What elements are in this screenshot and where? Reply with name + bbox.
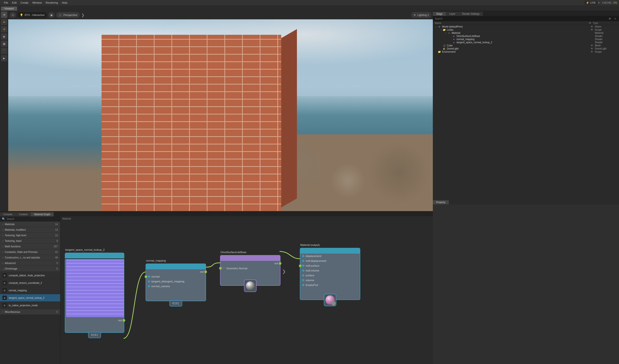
tree-row[interactable]: ●tangent_space_normal_lookup_2Shader bbox=[433, 41, 619, 44]
brick-cube bbox=[101, 35, 297, 211]
bulb-icon: 💡 bbox=[20, 13, 23, 17]
menu-window[interactable]: Window bbox=[30, 1, 44, 4]
category-sub-item[interactable]: ▦tangent_space_normal_lookup_2 bbox=[0, 294, 60, 301]
category-item[interactable]: ›Materials14 bbox=[0, 221, 60, 227]
menu-file[interactable]: File bbox=[2, 1, 10, 4]
category-item[interactable]: ⌄OmniImage5 bbox=[0, 266, 60, 271]
port-EmptyPort[interactable]: EmptyPort bbox=[300, 283, 360, 287]
property-tabs: Property bbox=[433, 199, 619, 204]
stage-search-input[interactable] bbox=[435, 17, 606, 20]
property-panel bbox=[433, 204, 619, 364]
port-mdl-displacement[interactable]: mdl:displacement bbox=[300, 258, 360, 263]
node-normal-mapping[interactable]: normal_mapping out normal bbox=[146, 264, 206, 301]
port-tangent-bitangent[interactable]: tangent_bitangent_mapping bbox=[146, 279, 206, 284]
tree-row[interactable]: –●MaterialMaterial bbox=[433, 31, 619, 35]
port-geometry-normal[interactable]: ⊢ Geometry Normal bbox=[221, 266, 280, 271]
category-item[interactable]: ›Constants, State and Primvars41 bbox=[0, 249, 60, 255]
move-tool[interactable]: ✢ bbox=[1, 26, 7, 32]
search-icon: 🔍 bbox=[2, 217, 5, 220]
camera-button[interactable]: 🎥 Perspective bbox=[56, 12, 80, 18]
lighting-button[interactable]: ☀ Lighting 1 bbox=[411, 12, 431, 18]
options-icon[interactable]: ≡ bbox=[613, 17, 617, 21]
select-tool[interactable]: ✥ bbox=[1, 12, 7, 18]
port-out[interactable]: out bbox=[221, 261, 280, 266]
category-item[interactable]: ›Math functions257 bbox=[0, 244, 60, 249]
tree-row[interactable]: ●OmniSurfaceLiteBaseShader bbox=[433, 35, 619, 38]
category-sub-item[interactable]: ▦to_native_projection_mode bbox=[0, 302, 60, 309]
port-out[interactable]: out bbox=[65, 318, 124, 323]
bolt-icon: ⚡ bbox=[586, 1, 589, 4]
menu-create[interactable]: Create bbox=[19, 1, 30, 4]
chevron-right-icon[interactable]: ❯ bbox=[81, 13, 84, 17]
tree-row[interactable]: ●normal_mappingShader bbox=[433, 38, 619, 41]
viewport-tab[interactable]: Viewport bbox=[1, 7, 17, 11]
visibility-button[interactable]: ◉ bbox=[48, 12, 55, 18]
port-normal[interactable]: normal bbox=[146, 274, 206, 279]
menu-help[interactable]: Help bbox=[60, 1, 70, 4]
port-displacement[interactable]: displacement bbox=[300, 254, 360, 258]
tree-row[interactable]: –⋔World (defaultPrim)👁Xform bbox=[433, 25, 619, 28]
menubar-status: ⚡ LIVE ▾ CACHE: ON bbox=[584, 1, 617, 5]
port-surface[interactable]: surface bbox=[300, 273, 360, 278]
live-badge[interactable]: ⚡ LIVE bbox=[584, 1, 597, 5]
port-normal-camera[interactable]: normal_camera bbox=[146, 284, 206, 289]
tab-property[interactable]: Property bbox=[433, 200, 449, 204]
category-item[interactable]: ›Miscellaneous5 bbox=[0, 309, 60, 314]
tab-console[interactable]: Console bbox=[0, 212, 16, 216]
node-title: normal_mapping bbox=[146, 259, 166, 262]
play-tool[interactable]: ▶ bbox=[1, 55, 7, 61]
tab-material-graph[interactable]: Material Graph bbox=[31, 212, 54, 216]
tool-palette: ✥ ➤ ✢ ◉ ▦ ⌒ ▶ bbox=[0, 11, 8, 211]
menubar: File Edit Create Window Rendering Help ⚡… bbox=[0, 0, 619, 5]
bottom-tabs: Console Content Material Graph bbox=[0, 211, 433, 216]
tab-render-settings[interactable]: Render Settings bbox=[459, 12, 483, 16]
menu-rendering[interactable]: Rendering bbox=[44, 1, 60, 4]
category-item[interactable]: ›Advanced9 bbox=[0, 260, 60, 266]
col-name: Name bbox=[435, 22, 587, 24]
live-dropdown-icon[interactable]: ▾ bbox=[598, 1, 600, 4]
tree-row[interactable]: –📁Looks👁Scope bbox=[433, 28, 619, 31]
tree-row[interactable]: ◐DomeLight👁DomeLight bbox=[433, 47, 619, 50]
category-search-input[interactable] bbox=[7, 218, 58, 220]
port-mdl-volume[interactable]: mdl:volume bbox=[300, 268, 360, 273]
port-out[interactable]: out bbox=[146, 269, 206, 274]
category-panel: 🔍 ›Materials14›Materials, modifiers14›Te… bbox=[0, 216, 60, 364]
tab-stage[interactable]: Stage bbox=[433, 12, 446, 16]
port-volume[interactable]: volume bbox=[300, 278, 360, 283]
snap-tool[interactable]: ▦ bbox=[1, 40, 7, 47]
menu-edit[interactable]: Edit bbox=[10, 1, 19, 4]
category-item[interactable]: ›Constructors, c...ns and swizzles40 bbox=[0, 255, 60, 260]
viewport-canvas[interactable] bbox=[8, 19, 433, 211]
viewport-area: ✥ ➤ ✢ ◉ ▦ ⌒ ▶ ≡ 💡 RTX - Interactive ◉ � bbox=[0, 11, 433, 211]
category-item[interactable]: ›Materials, modifiers14 bbox=[0, 227, 60, 232]
category-item[interactable]: ›Texturing, basic9 bbox=[0, 238, 60, 243]
node-tangent-space-normal-lookup[interactable]: tangent_space_normal_lookup_2 out 0101 bbox=[65, 253, 124, 333]
lighting-label: Lighting 1 bbox=[417, 13, 429, 16]
port-mdl-surface[interactable]: mdl:surface bbox=[300, 263, 360, 268]
tab-content[interactable]: Content bbox=[16, 212, 31, 216]
category-sub-item[interactable]: ▦compute_texture_coordinate_2 bbox=[0, 279, 60, 286]
expand-icon[interactable]: ❯ bbox=[282, 269, 286, 274]
pointer-tool[interactable]: ➤ bbox=[1, 19, 7, 25]
graph-canvas[interactable]: Material tangent_space_normal_lookup_2 bbox=[60, 216, 433, 364]
tree-row[interactable]: 📁Environment👁Scope bbox=[433, 50, 619, 53]
category-search: 🔍 bbox=[0, 216, 60, 221]
node-omni-surface-lite-base[interactable]: OmniSurfaceLiteBase out ⊢ Geometry Norma… bbox=[220, 255, 281, 286]
eye-icon: 👁 bbox=[587, 22, 593, 24]
category-sub-item[interactable]: ▦normal_mapping bbox=[0, 287, 60, 294]
normal-map-preview bbox=[66, 259, 124, 317]
perspective-label: Perspective bbox=[63, 13, 77, 16]
rotate-tool[interactable]: ◉ bbox=[1, 33, 7, 40]
tree-row[interactable]: ◫Cube👁Mesh bbox=[433, 44, 619, 47]
node-title: Material (output) bbox=[300, 243, 320, 246]
category-sub-item[interactable]: ▦compute_latitud...itude_projection bbox=[0, 272, 60, 279]
node-material-output[interactable]: Material (output) displacementmdl:displa… bbox=[300, 248, 360, 300]
cache-state[interactable]: ON bbox=[613, 1, 617, 4]
rtx-mode-button[interactable]: 💡 RTX - Interactive bbox=[17, 12, 47, 18]
tab-layer[interactable]: Layer bbox=[446, 12, 459, 16]
measure-tool[interactable]: ⌒ bbox=[1, 48, 7, 54]
viewport-tabbar: Viewport bbox=[0, 5, 619, 11]
filter-icon[interactable]: ⚙ bbox=[608, 17, 612, 21]
category-item[interactable]: ›Texturing, high level13 bbox=[0, 233, 60, 238]
viewport-menu-button[interactable]: ≡ bbox=[10, 12, 16, 18]
